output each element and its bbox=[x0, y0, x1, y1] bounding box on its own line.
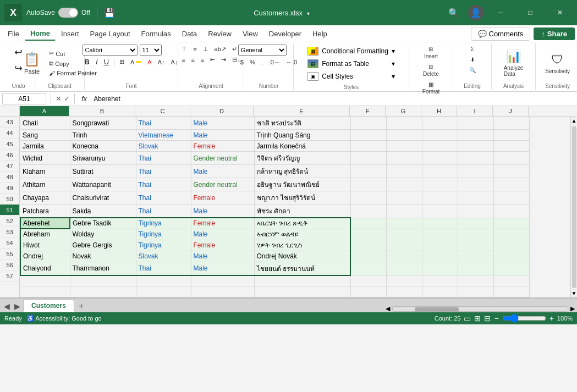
table-cell[interactable] bbox=[458, 240, 493, 251]
add-sheet-button[interactable]: + bbox=[75, 301, 87, 312]
col-header-d[interactable]: D bbox=[190, 106, 254, 116]
table-cell[interactable] bbox=[386, 191, 422, 205]
scroll-thumb-horizontal[interactable] bbox=[415, 307, 459, 312]
decrease-indent-button[interactable]: ⇤ bbox=[208, 55, 217, 64]
table-cell[interactable] bbox=[422, 251, 458, 262]
table-cell[interactable]: Male bbox=[191, 251, 254, 262]
fill-button[interactable]: ⬇ bbox=[463, 55, 482, 64]
table-row[interactable]: AthitarnWattanapanitThaiGender neutralอธ… bbox=[20, 178, 529, 191]
table-cell[interactable] bbox=[458, 178, 493, 191]
align-bottom-button[interactable]: ⊥ bbox=[201, 45, 211, 54]
comma-button[interactable]: , bbox=[259, 58, 265, 67]
table-cell[interactable]: Wattanapanit bbox=[70, 178, 136, 191]
table-cell[interactable]: Tigrinya bbox=[136, 229, 191, 240]
minimize-button[interactable]: ─ bbox=[488, 4, 513, 21]
table-cell[interactable]: Wichid bbox=[20, 152, 70, 165]
table-cell[interactable]: Tigrinya bbox=[136, 218, 191, 229]
scroll-right-button[interactable]: ▶ bbox=[570, 305, 575, 312]
row-num-48[interactable]: 48 bbox=[0, 172, 19, 183]
menu-review[interactable]: Review bbox=[202, 27, 237, 40]
row-num-57[interactable]: 57 bbox=[0, 270, 19, 281]
analyze-data-button[interactable]: 📊 AnalyzeData bbox=[501, 48, 527, 79]
table-cell[interactable]: อธิษฐาน วัฒนาพณิชย์ bbox=[254, 178, 350, 191]
table-cell[interactable]: Athitarn bbox=[20, 178, 70, 191]
table-cell[interactable] bbox=[350, 191, 386, 205]
table-cell[interactable] bbox=[422, 262, 458, 275]
table-cell[interactable] bbox=[386, 275, 422, 286]
cell-reference-input[interactable] bbox=[2, 93, 46, 104]
table-cell[interactable]: Hiwot bbox=[20, 240, 70, 251]
row-num-56[interactable]: 56 bbox=[0, 260, 19, 270]
col-header-i[interactable]: I bbox=[457, 106, 493, 116]
table-cell[interactable] bbox=[386, 251, 422, 262]
table-cell[interactable] bbox=[493, 165, 529, 178]
cell-styles-button[interactable]: ▣ Cell Styles ▾ bbox=[304, 71, 398, 82]
table-cell[interactable] bbox=[422, 152, 458, 165]
save-icon[interactable]: 💾 bbox=[104, 8, 115, 18]
table-cell[interactable]: Aberehet bbox=[20, 218, 70, 229]
table-cell[interactable]: Abreham bbox=[20, 229, 70, 240]
table-cell[interactable] bbox=[422, 205, 458, 218]
table-cell[interactable]: Jarmila bbox=[20, 141, 70, 152]
table-cell[interactable] bbox=[458, 152, 493, 165]
table-cell[interactable] bbox=[20, 275, 70, 286]
autosave-toggle[interactable] bbox=[58, 8, 78, 18]
font-size-select[interactable]: 11 bbox=[140, 45, 162, 56]
formula-input[interactable] bbox=[91, 94, 575, 104]
table-row[interactable]: WichidSriwarunyuThaiGender neutralวิจิตร… bbox=[20, 152, 529, 165]
row-num-53[interactable]: 53 bbox=[0, 227, 19, 238]
row-num-50[interactable]: 50 bbox=[0, 194, 19, 205]
table-cell[interactable] bbox=[386, 286, 422, 297]
table-cell[interactable] bbox=[493, 178, 529, 191]
table-cell[interactable]: Thai bbox=[136, 178, 191, 191]
table-cell[interactable] bbox=[350, 229, 386, 240]
table-cell[interactable] bbox=[458, 191, 493, 205]
table-cell[interactable] bbox=[422, 229, 458, 240]
table-cell[interactable]: วิจิตร ศรีวรัญญู bbox=[254, 152, 350, 165]
table-cell[interactable] bbox=[493, 240, 529, 251]
sensitivity-button[interactable]: 🛡 Sensitivity bbox=[542, 51, 573, 76]
table-cell[interactable]: Thai bbox=[136, 205, 191, 218]
table-cell[interactable]: Chayapa bbox=[20, 191, 70, 205]
table-cell[interactable]: Male bbox=[191, 130, 254, 141]
underline-button[interactable]: U bbox=[102, 57, 111, 67]
table-cell[interactable] bbox=[70, 286, 136, 297]
table-cell[interactable] bbox=[422, 165, 458, 178]
table-cell[interactable]: Chaisurivirat bbox=[70, 191, 136, 205]
menu-data[interactable]: Data bbox=[177, 27, 202, 40]
table-cell[interactable] bbox=[136, 286, 191, 297]
table-cell[interactable] bbox=[386, 205, 422, 218]
table-cell[interactable]: Thai bbox=[136, 165, 191, 178]
filename-dropdown-icon[interactable]: ▾ bbox=[307, 10, 310, 16]
table-cell[interactable]: Suttirat bbox=[70, 165, 136, 178]
menu-page-layout[interactable]: Page Layout bbox=[85, 27, 136, 40]
table-cell[interactable]: Gender neutral bbox=[191, 152, 254, 165]
scroll-thumb-vertical[interactable] bbox=[572, 126, 576, 288]
table-row[interactable]: SangTrinhVietnameseMaleTrịnh Quang Sáng bbox=[20, 130, 529, 141]
align-middle-button[interactable]: ≡ bbox=[191, 45, 199, 54]
col-header-c[interactable]: C bbox=[135, 106, 190, 116]
table-cell[interactable] bbox=[350, 165, 386, 178]
row-num-47[interactable]: 47 bbox=[0, 161, 19, 172]
share-button[interactable]: ↑ Share bbox=[534, 27, 575, 40]
page-break-icon[interactable]: ⊟ bbox=[484, 314, 491, 323]
delete-cells-button[interactable]: ⊟ Delete bbox=[420, 62, 442, 79]
table-row[interactable]: JarmilaKonecnaSlovakFemaleJarmila Konečn… bbox=[20, 141, 529, 152]
table-cell[interactable] bbox=[422, 218, 458, 229]
menu-help[interactable]: Help bbox=[307, 27, 333, 40]
row-num-55[interactable]: 55 bbox=[0, 249, 19, 260]
search-icon[interactable]: 🔍 bbox=[448, 8, 459, 18]
table-cell[interactable] bbox=[458, 229, 493, 240]
table-cell[interactable]: Female bbox=[191, 240, 254, 251]
sheet-tab-customers[interactable]: Customers bbox=[23, 300, 74, 312]
font-color-button[interactable]: A bbox=[145, 58, 153, 67]
zoom-slider[interactable] bbox=[502, 315, 546, 322]
table-cell[interactable]: Trinh bbox=[70, 130, 136, 141]
row-num-46[interactable]: 46 bbox=[0, 150, 19, 161]
table-cell[interactable] bbox=[350, 205, 386, 218]
increase-decimal-button[interactable]: .0→ bbox=[267, 58, 282, 67]
table-cell[interactable] bbox=[493, 251, 529, 262]
table-cell[interactable] bbox=[493, 286, 529, 297]
table-row[interactable]: AberehetGebre TsadikTigrinyaFemaleኣቤርሄት … bbox=[20, 218, 529, 229]
row-num-49[interactable]: 49 bbox=[0, 183, 19, 194]
